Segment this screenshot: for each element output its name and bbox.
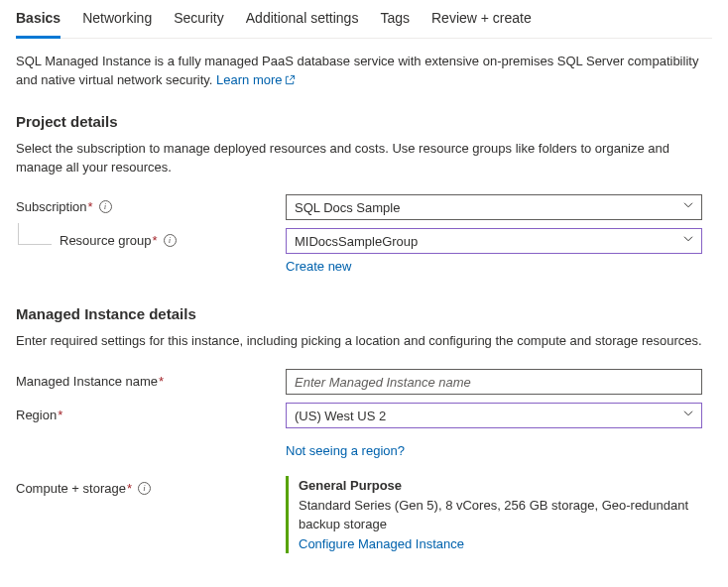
managed-instance-name-input[interactable] [286, 369, 702, 395]
create-new-link[interactable]: Create new [286, 259, 351, 274]
tab-security[interactable]: Security [174, 4, 224, 39]
info-icon[interactable]: i [164, 234, 177, 247]
required-star: * [88, 199, 93, 214]
compute-storage-label: Compute + storage * i [16, 476, 286, 496]
chevron-down-icon [682, 199, 694, 214]
learn-more-link[interactable]: Learn more [216, 72, 295, 87]
region-row: Region * (US) West US 2 Not seeing a reg… [16, 403, 712, 458]
tab-basics[interactable]: Basics [16, 4, 61, 39]
compute-tier-title: General Purpose [299, 476, 702, 496]
required-star: * [58, 408, 62, 422]
project-details-desc: Select the subscription to manage deploy… [16, 140, 712, 177]
resource-group-label: Resource group * i [16, 228, 286, 248]
external-link-icon [285, 72, 296, 91]
subscription-label: Subscription * i [16, 194, 286, 214]
resource-group-select[interactable]: MIDocsSampleGroup [286, 228, 702, 254]
chevron-down-icon [682, 408, 694, 422]
required-star: * [127, 481, 132, 496]
chevron-down-icon [682, 233, 694, 248]
managed-instance-name-label: Managed Instance name * [16, 369, 286, 389]
required-star: * [153, 233, 158, 248]
compute-summary: General Purpose Standard Series (Gen 5),… [286, 476, 702, 553]
tab-review-create[interactable]: Review + create [431, 4, 532, 39]
info-icon[interactable]: i [99, 200, 112, 213]
intro-text: SQL Managed Instance is a fully managed … [16, 53, 712, 91]
info-icon[interactable]: i [138, 482, 151, 495]
tree-connector [18, 223, 52, 245]
managed-instance-name-row: Managed Instance name * [16, 369, 712, 395]
tab-bar: Basics Networking Security Additional se… [16, 4, 712, 39]
tab-networking[interactable]: Networking [82, 4, 152, 39]
intro-desc: SQL Managed Instance is a fully managed … [16, 54, 698, 87]
subscription-row: Subscription * i SQL Docs Sample [16, 194, 712, 220]
not-seeing-region-link[interactable]: Not seeing a region? [286, 443, 405, 458]
managed-instance-desc: Enter required settings for this instanc… [16, 332, 712, 351]
region-select[interactable]: (US) West US 2 [286, 403, 702, 428]
compute-storage-row: Compute + storage * i General Purpose St… [16, 476, 712, 553]
resource-group-row: Resource group * i MIDocsSampleGroup Cre… [16, 228, 712, 274]
subscription-select[interactable]: SQL Docs Sample [286, 194, 702, 220]
project-details-heading: Project details [16, 113, 712, 130]
required-star: * [159, 374, 164, 389]
tab-tags[interactable]: Tags [380, 4, 410, 39]
region-label: Region * [16, 403, 286, 422]
managed-instance-heading: Managed Instance details [16, 305, 712, 322]
configure-managed-instance-link[interactable]: Configure Managed Instance [299, 536, 464, 551]
compute-tier-desc: Standard Series (Gen 5), 8 vCores, 256 G… [299, 496, 702, 534]
tab-additional-settings[interactable]: Additional settings [246, 4, 359, 39]
